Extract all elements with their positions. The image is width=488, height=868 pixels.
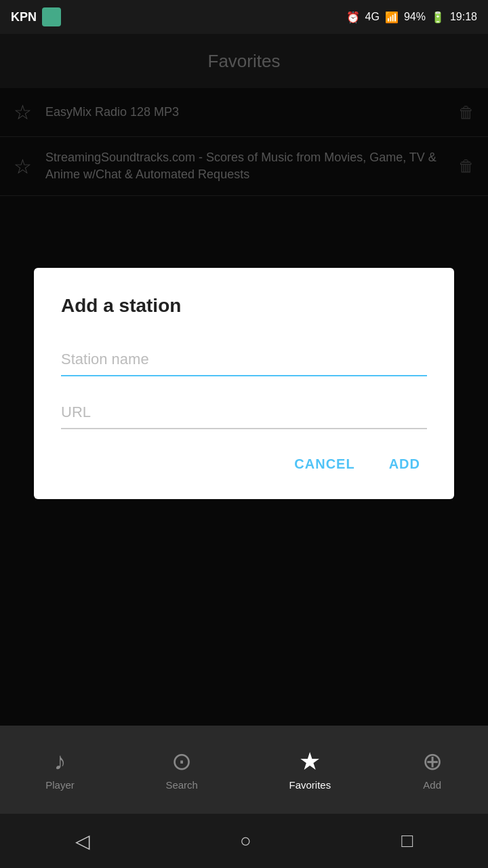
search-label: Search — [165, 779, 198, 791]
bottom-navigation: ♪ Player ⊙ Search ★ Favorites ⊕ Add — [0, 726, 488, 814]
cancel-button[interactable]: CANCEL — [287, 450, 361, 479]
dialog-actions: CANCEL ADD — [61, 450, 427, 479]
signal-icon: 📶 — [385, 11, 399, 24]
add-button[interactable]: ADD — [382, 450, 427, 479]
favorites-label: Favorites — [289, 779, 331, 791]
time-display: 19:18 — [450, 11, 477, 23]
carrier-label: KPN — [11, 10, 37, 24]
nav-item-search[interactable]: ⊙ Search — [165, 749, 198, 791]
player-label: Player — [45, 779, 75, 791]
add-icon: ⊕ — [422, 749, 443, 774]
network-icon: 4G — [365, 11, 380, 23]
url-input[interactable] — [61, 397, 427, 429]
home-button[interactable]: ○ — [240, 830, 251, 852]
nav-item-player[interactable]: ♪ Player — [45, 749, 75, 791]
clock-icon: ⏰ — [346, 11, 360, 24]
status-bar: KPN ⏰ 4G 📶 94% 🔋 19:18 — [0, 0, 488, 34]
player-icon: ♪ — [54, 749, 66, 774]
dialog-title: Add a station — [61, 295, 427, 317]
recents-button[interactable]: □ — [401, 830, 413, 852]
carrier-icon — [42, 7, 61, 26]
dialog-overlay: Add a station CANCEL ADD — [0, 0, 488, 766]
add-label: Add — [423, 779, 441, 791]
url-field — [61, 397, 427, 429]
back-button[interactable]: ◁ — [75, 830, 90, 852]
system-nav-bar: ◁ ○ □ — [0, 814, 488, 868]
battery-icon: 🔋 — [431, 11, 445, 24]
favorites-icon: ★ — [299, 749, 321, 774]
station-name-field — [61, 344, 427, 376]
add-station-dialog: Add a station CANCEL ADD — [34, 268, 454, 499]
nav-item-favorites[interactable]: ★ Favorites — [289, 749, 331, 791]
battery-level: 94% — [404, 11, 426, 23]
nav-item-add[interactable]: ⊕ Add — [422, 749, 443, 791]
search-icon: ⊙ — [171, 749, 192, 774]
station-name-input[interactable] — [61, 344, 427, 376]
